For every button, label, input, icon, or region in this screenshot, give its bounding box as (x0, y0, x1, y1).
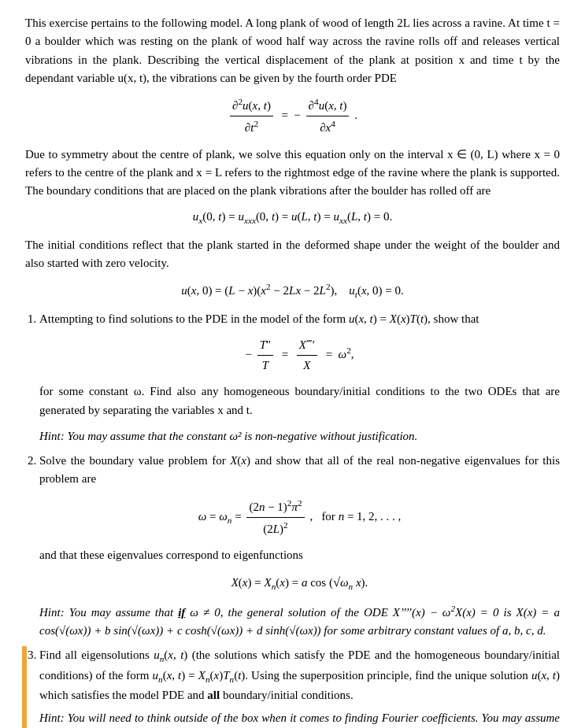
question-2: Solve the boundary value problem for X(x… (39, 452, 560, 640)
q1-equation: − T″ T = X‴′ X = ω2, (39, 336, 560, 375)
q1-hint: Hint: You may assume that the constant ω… (39, 427, 560, 445)
q3-hint-text: Hint: You will need to think outside of … (39, 709, 560, 728)
bc-equation: ux(0, t) = uxxx(0, t) = u(L, t) = uxx(L,… (25, 208, 560, 227)
q2-eigenfunction-eq: X(x) = Xn(x) = a cos (√ωn x). (39, 572, 560, 593)
q1-for-text: for some constant ω. Find also any homog… (39, 382, 560, 419)
q2-text: Solve the boundary value problem for X(x… (39, 454, 560, 485)
highlight-indicator (22, 646, 27, 728)
q1-text: Attempting to find solutions to the PDE … (39, 312, 479, 325)
ic-equation: u(x, 0) = (L − x)(x2 − 2Lx − 2L2), ut(x,… (25, 280, 560, 301)
main-content: This exercise pertains to the following … (25, 14, 560, 728)
q2-and-text: and that these eigenvalues correspond to… (39, 546, 560, 564)
q3-text: Find all eigensolutions un(x, t) (the so… (39, 649, 560, 701)
q2-hint: Hint: You may assume that if ω ≠ 0, the … (39, 602, 560, 641)
pde-equation: ∂2u(x, t) ∂t2 = − ∂4u(x, t) ∂x4 . (25, 95, 560, 138)
symmetry-paragraph: Due to symmetry about the centre of plan… (25, 146, 560, 201)
questions-list: Attempting to find solutions to the PDE … (39, 310, 560, 728)
question-1: Attempting to find solutions to the PDE … (39, 310, 560, 446)
question-3: Find all eigensolutions un(x, t) (the so… (39, 646, 560, 728)
q2-eigenvalue-eq: ω = ωn = (2n − 1)2π2 (2L)2 , for n = 1, … (39, 497, 560, 539)
intro-paragraph: This exercise pertains to the following … (25, 14, 560, 87)
initial-conditions-paragraph: The initial conditions reflect that the … (25, 236, 560, 273)
